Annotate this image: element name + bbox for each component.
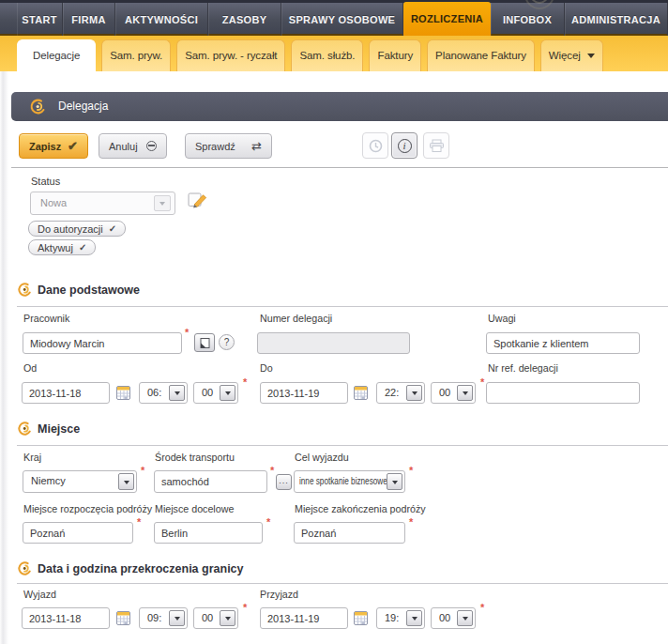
dropdown-button[interactable] — [169, 610, 185, 626]
dropdown-button[interactable] — [457, 385, 473, 401]
activate-button[interactable]: Aktywuj ✓ — [28, 239, 96, 255]
wyjazd-minute-select[interactable]: 00 — [193, 607, 238, 629]
chevron-down-icon — [159, 202, 165, 208]
end-place-label: Miejsce zakończenia podróży — [295, 503, 426, 514]
od-hour-select[interactable]: 06: — [139, 382, 188, 404]
do-date-input[interactable] — [260, 382, 348, 404]
nav-item-label: ADMINISTRACJA — [571, 14, 660, 25]
check-icon: ✔ — [68, 139, 78, 153]
przyjazd-date-input[interactable] — [260, 607, 348, 629]
cancel-button[interactable]: Anuluj — [99, 133, 167, 159]
print-button[interactable] — [423, 132, 449, 159]
dest-place-input[interactable] — [154, 522, 263, 544]
dropdown-button[interactable] — [457, 610, 473, 626]
info-button[interactable]: i — [391, 132, 418, 159]
top-nav-bar: START FIRMA AKTYWNOŚCI ZASOBY SPRAWY OSO… — [0, 0, 668, 36]
cel-label: Cel wyjazdu — [295, 452, 349, 463]
od-label: Od — [23, 362, 37, 374]
dropdown-button[interactable] — [220, 610, 235, 626]
section-place-title: Miejsce — [38, 422, 80, 436]
chevron-down-icon — [587, 54, 595, 62]
nav-item-firma[interactable]: FIRMA — [63, 3, 115, 36]
tab-wiecej[interactable]: Więcej — [540, 39, 603, 71]
tab-sam-pryw-ryczalt[interactable]: Sam. pryw. - ryczałt — [176, 39, 285, 71]
przyjazd-minute-select[interactable]: 00 — [431, 607, 476, 629]
od-minute-value: 00 — [202, 383, 213, 403]
wyjazd-calendar-icon[interactable] — [116, 611, 130, 625]
dropdown-button[interactable] — [220, 385, 235, 401]
przyjazd-calendar-icon[interactable] — [354, 611, 368, 625]
tab-label: Sam. pryw. - ryczałt — [185, 40, 277, 71]
help-button[interactable]: ? — [219, 334, 235, 350]
nav-item-administracja[interactable]: ADMINISTRACJA — [565, 3, 668, 36]
od-calendar-icon[interactable] — [116, 386, 130, 400]
more-options-button[interactable]: ... — [276, 474, 292, 490]
uwagi-input[interactable] — [486, 332, 640, 354]
nav-item-infobox[interactable]: INFOBOX — [491, 3, 565, 36]
dropdown-button[interactable] — [406, 610, 422, 626]
question-mark-icon: ? — [224, 337, 230, 347]
dropdown-button[interactable] — [387, 473, 402, 490]
dropdown-button[interactable] — [118, 473, 134, 490]
tab-label: Więcej — [549, 40, 581, 71]
authorize-button-label: Do autoryzacji — [38, 223, 103, 235]
status-label: Status — [31, 176, 60, 187]
tab-faktury[interactable]: Faktury — [369, 39, 421, 71]
required-asterisk: * — [141, 465, 144, 476]
tab-label: Planowane Faktury — [435, 40, 526, 71]
cel-select[interactable]: inne spotkanie biznesowe — [294, 470, 405, 493]
pracownik-label: Pracownik — [23, 313, 69, 324]
save-button-label: Zapisz — [29, 141, 61, 152]
required-asterisk: * — [409, 516, 413, 528]
section-basic-divider — [17, 306, 668, 307]
nav-item-sprawy-osobowe[interactable]: SPRAWY OSOBOWE — [281, 3, 403, 36]
chevron-down-icon — [412, 391, 418, 398]
wyjazd-hour-select[interactable]: 09: — [139, 607, 188, 629]
required-asterisk: * — [270, 465, 274, 476]
authorize-button[interactable]: Do autoryzacji ✓ — [28, 221, 126, 237]
do-minute-select[interactable]: 00 — [431, 382, 476, 404]
cancel-button-label: Anuluj — [109, 141, 138, 152]
od-minute-select[interactable]: 00 — [193, 382, 238, 404]
tab-delegacje[interactable]: Delegacje — [17, 39, 96, 71]
end-place-input[interactable] — [294, 522, 405, 544]
save-button[interactable]: Zapisz ✔ — [19, 133, 88, 159]
ellipsis-icon: ... — [279, 476, 289, 485]
nav-item-label: SPRAWY OSOBOWE — [289, 14, 395, 25]
nav-item-label: ZASOBY — [222, 14, 267, 25]
nav-item-zasoby[interactable]: ZASOBY — [208, 3, 281, 36]
przyjazd-minute-value: 00 — [439, 608, 450, 628]
nav-item-rozliczenia[interactable]: ROZLICZENIA — [403, 2, 491, 36]
nav-item-aktywnosci[interactable]: AKTYWNOŚCI — [115, 3, 208, 36]
start-place-input[interactable] — [23, 522, 133, 544]
do-hour-select[interactable]: 22: — [376, 382, 425, 404]
od-date-input[interactable] — [22, 382, 110, 404]
chevron-down-icon — [463, 617, 468, 623]
tab-planowane-faktury[interactable]: Planowane Faktury — [427, 39, 535, 71]
chevron-down-icon — [412, 617, 418, 623]
tab-sam-pryw[interactable]: Sam. pryw. — [101, 39, 171, 71]
dropdown-button[interactable] — [169, 385, 185, 401]
kraj-value: Niemcy — [31, 471, 66, 491]
select-employee-button[interactable] — [194, 333, 215, 352]
verify-button[interactable]: Sprawdź ⇄ — [185, 133, 272, 159]
uwagi-label: Uwagi — [488, 313, 516, 324]
nrref-input[interactable] — [486, 382, 640, 404]
transport-input[interactable] — [154, 470, 267, 493]
swap-arrows-icon: ⇄ — [251, 139, 262, 153]
numer-delegacji-input — [257, 332, 410, 354]
tab-label: Delegacje — [33, 40, 80, 71]
pracownik-input[interactable] — [23, 332, 182, 354]
wyjazd-date-input[interactable] — [22, 607, 110, 629]
chevron-down-icon — [225, 391, 231, 398]
nav-item-label: ROZLICZENIA — [411, 13, 483, 24]
nav-item-start[interactable]: START — [17, 3, 63, 36]
przyjazd-hour-select[interactable]: 19: — [376, 607, 425, 629]
status-select[interactable]: Nowa — [30, 192, 175, 215]
dropdown-button[interactable] — [406, 385, 422, 401]
history-button[interactable] — [362, 132, 388, 159]
kraj-select[interactable]: Niemcy — [23, 470, 137, 493]
do-calendar-icon[interactable] — [354, 386, 368, 400]
tab-sam-sluzb[interactable]: Sam. służb. — [291, 39, 363, 71]
edit-status-button[interactable] — [188, 191, 208, 209]
